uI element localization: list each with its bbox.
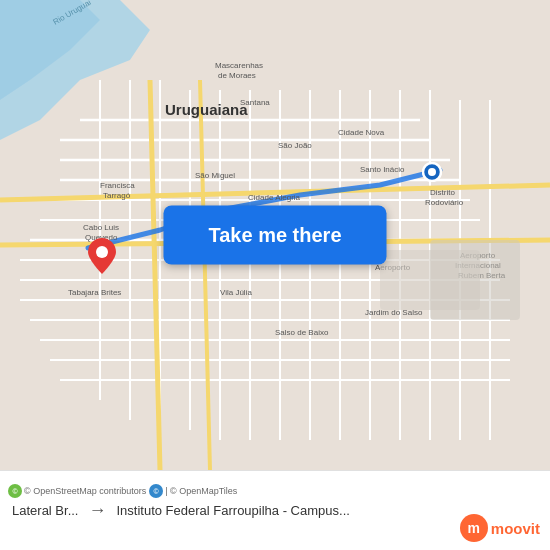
svg-text:Francisca: Francisca [100, 181, 135, 190]
destination-marker [88, 238, 116, 278]
moovit-text: moovit [491, 520, 540, 537]
svg-text:Santo Inácio: Santo Inácio [360, 165, 405, 174]
svg-text:São João: São João [278, 141, 312, 150]
osm-text: © OpenStreetMap contributors [24, 486, 146, 496]
bottom-bar: © © OpenStreetMap contributors © | © Ope… [0, 470, 550, 550]
svg-text:Santana: Santana [240, 98, 270, 107]
omt-icon: © | © OpenMapTiles [149, 484, 237, 498]
map-container: Rio Uruguai [0, 0, 550, 470]
take-me-there-button[interactable]: Take me there [163, 206, 386, 265]
origin-marker [422, 162, 442, 186]
svg-text:Cidade Alegria: Cidade Alegria [248, 193, 301, 202]
omt-text: | © OpenMapTiles [165, 486, 237, 496]
svg-text:Uruguaiana: Uruguaiana [165, 101, 248, 118]
moovit-circle-icon: m [460, 514, 488, 542]
svg-text:Cabo Luis: Cabo Luis [83, 223, 119, 232]
svg-text:Rodoviário: Rodoviário [425, 198, 464, 207]
from-location: Lateral Br... [12, 503, 78, 518]
svg-text:Mascarenhas: Mascarenhas [215, 61, 263, 70]
arrow-right-icon: → [88, 500, 106, 521]
svg-text:Salso de Baixo: Salso de Baixo [275, 328, 329, 337]
map-attribution: © © OpenStreetMap contributors © | © Ope… [8, 484, 237, 498]
osm-icon: © © OpenStreetMap contributors [8, 484, 146, 498]
svg-text:Tabajara Brites: Tabajara Brites [68, 288, 121, 297]
svg-point-61 [96, 246, 108, 258]
svg-text:Tarragó: Tarragó [103, 191, 131, 200]
svg-text:Distrito: Distrito [430, 188, 455, 197]
svg-text:Vila Júlia: Vila Júlia [220, 288, 252, 297]
svg-rect-60 [430, 240, 520, 320]
svg-text:de Moraes: de Moraes [218, 71, 256, 80]
svg-point-63 [428, 168, 436, 176]
svg-text:Cidade Nova: Cidade Nova [338, 128, 385, 137]
moovit-logo: m moovit [460, 514, 540, 542]
svg-text:São Miguel: São Miguel [195, 171, 235, 180]
